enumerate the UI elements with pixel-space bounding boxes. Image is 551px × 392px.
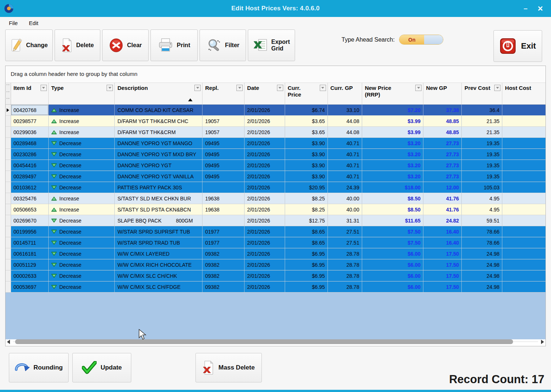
cell-item-id[interactable]: 00299036	[11, 127, 49, 137]
row-selector[interactable]	[6, 182, 11, 193]
cell-repl[interactable]: 09495	[202, 149, 245, 160]
cell-type[interactable]: Decrease	[49, 259, 115, 270]
cell-host-cost[interactable]	[502, 259, 545, 270]
cell-prev-cost[interactable]: 19.35	[462, 149, 502, 160]
row-selector[interactable]	[6, 259, 11, 270]
cell-description[interactable]: DANONE YOPRO YGT MXD BRY	[115, 149, 202, 160]
cell-prev-cost[interactable]: 24.98	[462, 281, 502, 292]
cell-type[interactable]: Increase	[49, 116, 115, 126]
cell-type[interactable]: Decrease	[49, 248, 115, 259]
clear-button[interactable]: Clear	[102, 29, 149, 61]
cell-curr-gp[interactable]: 27.51	[328, 226, 362, 237]
cell-host-cost[interactable]	[502, 281, 545, 292]
cell-curr-price[interactable]: $3.90	[285, 138, 328, 148]
row-selector[interactable]	[6, 105, 11, 115]
cell-description[interactable]: PATTIES PARTY PACK 30S	[115, 182, 202, 193]
row-selector[interactable]	[6, 270, 11, 281]
table-row[interactable]: 00199956DecreaseW/STAR SPRD SUPRSFT TUB0…	[6, 226, 545, 237]
cell-repl[interactable]: 19057	[202, 127, 245, 137]
cell-new-gp[interactable]: 27.73	[423, 171, 462, 182]
cell-item-id[interactable]: 00289497	[11, 171, 49, 182]
cell-type[interactable]: Decrease	[49, 182, 115, 193]
table-row[interactable]: 00145711DecreaseW/STAR SPRD TRAD TUB0197…	[6, 237, 545, 248]
table-row[interactable]: 00454416DecreaseDANONE YOPRO YGT094952/0…	[6, 160, 545, 171]
cell-item-id[interactable]: 00420768	[11, 105, 49, 115]
cell-date[interactable]: 2/01/2026	[245, 204, 285, 215]
cell-repl[interactable]: 01977	[202, 226, 245, 237]
scroll-left-icon[interactable]	[7, 340, 10, 344]
column-header-curr-gp[interactable]: Curr. GP	[328, 83, 362, 104]
cell-repl[interactable]: 09495	[202, 171, 245, 182]
cell-date[interactable]: 2/01/2026	[245, 237, 285, 248]
cell-new-price[interactable]: $11.65	[362, 215, 423, 226]
menu-file[interactable]: File	[9, 20, 18, 26]
cell-date[interactable]: 2/01/2026	[245, 149, 285, 160]
row-selector[interactable]	[6, 193, 11, 204]
cell-new-price[interactable]: $3.99	[362, 116, 423, 126]
cell-curr-price[interactable]: $6.95	[285, 259, 328, 270]
cell-description[interactable]: DANONE YOPRO YGT MANGO	[115, 138, 202, 148]
cell-host-cost[interactable]	[502, 226, 545, 237]
filter-icon[interactable]	[236, 85, 243, 91]
delete-button[interactable]: Delete	[55, 29, 100, 61]
cell-new-price[interactable]: $6.00	[362, 281, 423, 292]
filter-icon[interactable]	[41, 85, 47, 91]
type-ahead-toggle[interactable]: On	[399, 35, 443, 45]
cell-new-gp[interactable]: 48.85	[423, 116, 462, 126]
cell-item-id[interactable]: 00002633	[11, 270, 49, 281]
scrollbar-thumb[interactable]	[15, 339, 513, 344]
filter-button[interactable]: Filter	[200, 29, 246, 61]
cell-prev-cost[interactable]: 21.35	[462, 127, 502, 137]
cell-repl[interactable]: 19057	[202, 116, 245, 126]
row-selector[interactable]	[6, 127, 11, 137]
cell-curr-gp[interactable]: 28.78	[328, 281, 362, 292]
cell-new-price[interactable]: $3.20	[362, 138, 423, 148]
cell-type[interactable]: Decrease	[49, 138, 115, 148]
cell-host-cost[interactable]	[502, 270, 545, 281]
cell-new-gp[interactable]: 41.76	[423, 204, 462, 215]
row-selector[interactable]	[6, 138, 11, 148]
cell-description[interactable]: DANONE YOPRO YGT VANILLA	[115, 171, 202, 182]
filter-icon[interactable]	[494, 85, 500, 91]
cell-date[interactable]: 2/01/2026	[245, 138, 285, 148]
close-button[interactable]: ✕	[533, 0, 548, 17]
cell-new-price[interactable]: $6.00	[362, 248, 423, 259]
cell-repl[interactable]: 19638	[202, 204, 245, 215]
row-selector[interactable]	[6, 204, 11, 215]
cell-item-id[interactable]: 00145711	[11, 237, 49, 248]
cell-curr-price[interactable]: $6.95	[285, 270, 328, 281]
cell-prev-cost[interactable]: 24.98	[462, 270, 502, 281]
cell-item-id[interactable]: 00053697	[11, 281, 49, 292]
cell-host-cost[interactable]	[502, 193, 545, 204]
cell-date[interactable]: 2/01/2026	[245, 171, 285, 182]
cell-item-id[interactable]: 00298577	[11, 116, 49, 126]
cell-item-id[interactable]: 00454416	[11, 160, 49, 171]
cell-prev-cost[interactable]: 4.95	[462, 204, 502, 215]
cell-repl[interactable]: 19638	[202, 193, 245, 204]
row-selector[interactable]	[6, 226, 11, 237]
change-button[interactable]: Change	[5, 29, 53, 61]
cell-item-id[interactable]: 00051129	[11, 259, 49, 270]
cell-prev-cost[interactable]: 59.51	[462, 215, 502, 226]
cell-new-price[interactable]: $7.20	[362, 105, 423, 115]
table-row[interactable]: 00298577IncreaseD/FARM YGT THK&CRM CHC19…	[6, 116, 545, 127]
table-row[interactable]: 00230286DecreaseDANONE YOPRO YGT MXD BRY…	[6, 149, 545, 160]
cell-date[interactable]: 2/01/2026	[245, 270, 285, 281]
table-row[interactable]: 00002633DecreaseW/W C/MIX SLC CH/CHK0938…	[6, 270, 545, 281]
menu-edit[interactable]: Edit	[29, 20, 38, 26]
cell-new-gp[interactable]: 17.50	[423, 270, 462, 281]
cell-curr-price[interactable]: $3.90	[285, 160, 328, 171]
cell-new-price[interactable]: $7.50	[362, 237, 423, 248]
cell-description[interactable]: S/TASTY SLD MEX CHKN BUR	[115, 193, 202, 204]
row-selector[interactable]	[6, 149, 11, 160]
cell-curr-price[interactable]: $3.90	[285, 171, 328, 182]
cell-prev-cost[interactable]: 19.35	[462, 171, 502, 182]
cell-new-price[interactable]: $8.50	[362, 193, 423, 204]
table-row[interactable]: 00053697DecreaseW/W C/MIX SLC CH/FDGE093…	[6, 281, 545, 293]
cell-curr-price[interactable]: $8.25	[285, 193, 328, 204]
row-selector[interactable]	[6, 160, 11, 171]
cell-host-cost[interactable]	[502, 116, 545, 126]
cell-description[interactable]: W/W C/MIX SLC CH/CHK	[115, 270, 202, 281]
cell-prev-cost[interactable]: 78.66	[462, 226, 502, 237]
cell-prev-cost[interactable]: 19.35	[462, 160, 502, 171]
